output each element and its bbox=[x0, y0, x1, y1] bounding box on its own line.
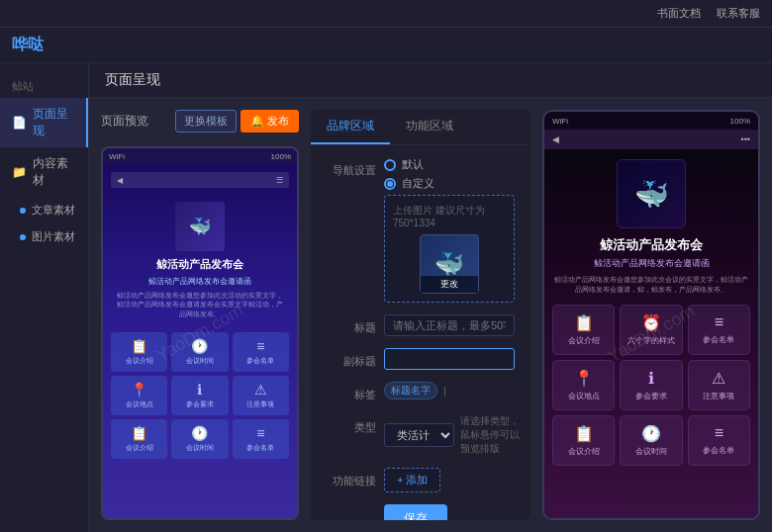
list-item: 🕐 会议时间 bbox=[620, 415, 682, 466]
logo-option-default[interactable]: 默认 bbox=[384, 157, 515, 172]
app-logo: 哗哒 bbox=[12, 35, 44, 55]
tag-form-row: 标签 标题名字 | bbox=[327, 382, 515, 402]
list-item: ≡ 参会名单 bbox=[688, 305, 750, 355]
lm-icon-2: ≡ bbox=[693, 313, 745, 331]
logo-control: 默认 自定义 上传图片 建议尺寸为750*1334 bbox=[384, 157, 515, 303]
title-input[interactable] bbox=[384, 314, 515, 336]
large-preview-panel: WiFi 100% ◀ ••• 🐳 鲸活动产 bbox=[542, 110, 760, 520]
subtitle-input[interactable] bbox=[384, 348, 515, 370]
grid-icon-1: 🕐 bbox=[175, 338, 224, 354]
lm-label-1: 六个字的样式 bbox=[625, 335, 677, 346]
content-icon: 📁 bbox=[12, 165, 27, 179]
config-panel: 品牌区域 功能区域 导航设置 默认 bbox=[311, 110, 531, 520]
grid-label-5: 注意事项 bbox=[237, 399, 285, 409]
mobile-hero-title: 鲸活动产品发布会 bbox=[115, 257, 285, 272]
grid-icon-8: ≡ bbox=[237, 425, 285, 441]
upload-edit-button[interactable]: 更改 bbox=[421, 276, 478, 293]
grid-label-8: 参会名单 bbox=[237, 443, 285, 453]
sidebar-item-label-page: 页面呈现 bbox=[33, 106, 74, 139]
publish-icon: 🔔 bbox=[250, 115, 264, 128]
grid-label-4: 参会要求 bbox=[175, 399, 224, 409]
add-link-button[interactable]: + 添加 bbox=[384, 468, 440, 492]
grid-label-7: 会议时间 bbox=[175, 443, 224, 453]
sidebar: 鲸站 📄 页面呈现 📁 内容素材 文章素材 图片素材 bbox=[0, 63, 89, 532]
lm-icon-3: 📍 bbox=[557, 369, 610, 388]
grid-icon-2: ≡ bbox=[237, 338, 285, 354]
dot-icon bbox=[20, 208, 26, 214]
mobile-hero: 🐳 鲸活动产品发布会 鲸活动产品网络发布会邀请函 鲸活动产品网络发布会邀您参加此… bbox=[111, 194, 289, 326]
support-link[interactable]: 联系客服 bbox=[717, 6, 760, 21]
save-control: 保存 bbox=[384, 504, 515, 520]
sub-item-label-article: 文章素材 bbox=[32, 203, 75, 218]
sidebar-item-page-preview[interactable]: 📄 页面呈现 bbox=[0, 98, 88, 147]
sidebar-sub-item-image[interactable]: 图片素材 bbox=[0, 223, 88, 250]
lm-hero: 🐳 鲸活动产品发布会 鲸活动产品网络发布会邀请函 鲸活动产品网络发布会邀您参加此… bbox=[552, 159, 750, 295]
grid-icon-3: 📍 bbox=[115, 382, 163, 398]
sub-item-label-image: 图片素材 bbox=[32, 229, 75, 244]
grid-label-0: 会议介绍 bbox=[115, 356, 163, 366]
list-item: 📍 会议地点 bbox=[111, 376, 167, 415]
mutual-form-row: 功能链接 + 添加 bbox=[327, 468, 515, 492]
sidebar-item-content-material[interactable]: 📁 内容素材 bbox=[0, 147, 88, 197]
logo-form-row: 导航设置 默认 自定义 bbox=[327, 157, 515, 303]
sidebar-item-label-content: 内容素材 bbox=[33, 155, 76, 189]
publish-label: 发布 bbox=[267, 114, 289, 129]
lm-icon-7: 🕐 bbox=[625, 424, 677, 443]
preview-label: 页面预览 bbox=[101, 113, 148, 130]
publish-button[interactable]: 🔔 发布 bbox=[241, 110, 299, 133]
title-form-row: 标题 bbox=[327, 314, 515, 336]
grid-label-6: 会议介绍 bbox=[115, 443, 163, 453]
radio-default bbox=[384, 159, 396, 171]
lm-hero-desc: 鲸活动产品网络发布会邀您参加此次会议的实景文字，鲸活动产品网络发布会邀请，鲸，鲸… bbox=[552, 275, 750, 295]
lm-battery: 100% bbox=[730, 117, 750, 126]
logo-option-custom[interactable]: 自定义 bbox=[384, 176, 515, 191]
list-item: ≡ 参会名单 bbox=[233, 332, 289, 372]
list-item: ⏰ 六个字的样式 bbox=[620, 305, 682, 355]
top-bar: 书面文档 联系客服 bbox=[0, 0, 772, 28]
grid-label-1: 会议时间 bbox=[175, 356, 224, 366]
grid-icon-7: 🕐 bbox=[175, 425, 224, 441]
grid-icon-4: ℹ bbox=[175, 382, 224, 398]
lm-signal: WiFi bbox=[552, 117, 568, 126]
lm-hero-title: 鲸活动产品发布会 bbox=[552, 236, 750, 254]
subtitle-form-row: 副标题 bbox=[327, 348, 515, 370]
tab-brand[interactable]: 品牌区域 bbox=[311, 110, 390, 144]
title-label: 标题 bbox=[327, 314, 376, 335]
list-item: ⚠ 注意事项 bbox=[688, 360, 750, 410]
tab-activity[interactable]: 功能区域 bbox=[390, 110, 469, 144]
type-select[interactable]: 类活计 bbox=[384, 423, 454, 447]
type-form-row: 类型 类活计 请选择类型，鼠标悬停可以预览排版 bbox=[327, 414, 515, 456]
large-mobile-preview: WiFi 100% ◀ ••• 🐳 鲸活动产 bbox=[542, 110, 760, 520]
list-item: ℹ 参会要求 bbox=[620, 360, 682, 410]
list-item: ≡ 参会名单 bbox=[688, 415, 750, 466]
logo-label: 导航设置 bbox=[327, 157, 376, 178]
mobile-hero-subtitle: 鲸活动产品网络发布会邀请函 bbox=[115, 276, 285, 287]
mutual-label: 功能链接 bbox=[327, 468, 376, 488]
mobile-content: ◀ ☰ 🐳 鲸活动产品发布会 鲸活动产品网络发布会邀请函 鲸活动产品网络发布会邀… bbox=[103, 164, 297, 518]
upload-area: 上传图片 建议尺寸为750*1334 🐳 更改 bbox=[384, 195, 515, 303]
grid-icon-5: ⚠ bbox=[237, 382, 285, 398]
upload-hint: 上传图片 建议尺寸为750*1334 bbox=[393, 204, 506, 228]
upload-box[interactable]: 🐳 更改 bbox=[420, 234, 479, 294]
mobile-hero-desc: 鲸活动产品网络发布会邀您参加此次活动的实景文字，鲸活动产品网络发布会邀请发布会实… bbox=[115, 291, 285, 317]
tag-pill: 标题名字 bbox=[384, 382, 437, 399]
list-item: 🕐 会议时间 bbox=[171, 419, 228, 459]
lm-label-6: 会议介绍 bbox=[557, 446, 610, 457]
page-content: 页面预览 更换模板 🔔 发布 WiFi 100% bbox=[89, 98, 772, 532]
replace-template-button[interactable]: 更换模板 bbox=[175, 110, 237, 133]
mobile-battery: 100% bbox=[271, 152, 291, 161]
grid-label-3: 会议地点 bbox=[115, 399, 163, 409]
list-item: 📍 会议地点 bbox=[552, 360, 615, 410]
lm-content: 🐳 鲸活动产品发布会 鲸活动产品网络发布会邀请函 鲸活动产品网络发布会邀您参加此… bbox=[544, 149, 758, 518]
mutual-control: + 添加 bbox=[384, 468, 515, 492]
mobile-grid: 📋 会议介绍 🕐 会议时间 ≡ 参会名单 bbox=[111, 332, 289, 459]
save-button[interactable]: 保存 bbox=[384, 504, 447, 520]
sidebar-sub-item-article[interactable]: 文章素材 bbox=[0, 197, 88, 223]
logo-options: 默认 自定义 bbox=[384, 157, 515, 191]
list-item: 📋 会议介绍 bbox=[552, 415, 615, 466]
grid-icon-6: 📋 bbox=[115, 425, 163, 441]
top-bar-links: 书面文档 联系客服 bbox=[657, 6, 760, 21]
docs-link[interactable]: 书面文档 bbox=[657, 6, 701, 21]
app-header: 哗哒 bbox=[0, 28, 772, 63]
lm-label-3: 会议地点 bbox=[557, 391, 610, 401]
